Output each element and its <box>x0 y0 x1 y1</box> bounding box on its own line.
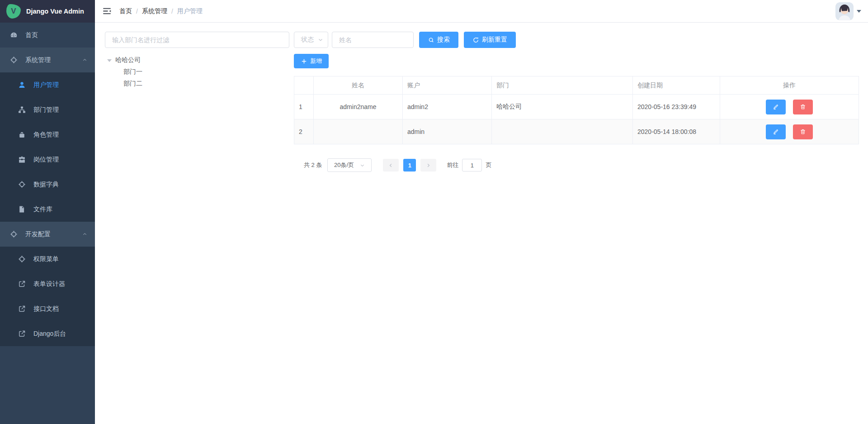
sidebar-item-home[interactable]: 首页 <box>0 23 95 48</box>
col-created: 创建日期 <box>633 76 720 95</box>
chevron-down-icon <box>317 37 324 43</box>
chevron-right-icon <box>425 162 431 168</box>
tree-node-dept2[interactable]: 部门二 <box>105 78 289 90</box>
page-size-select[interactable]: 20条/页 <box>327 158 372 172</box>
briefcase-icon <box>18 156 26 163</box>
department-tree: 哈哈公司 部门一 部门二 <box>105 54 289 90</box>
breadcrumb-separator: / <box>171 8 173 15</box>
refresh-reset-button[interactable]: 刷新重置 <box>464 32 516 48</box>
col-account: 账户 <box>403 76 492 95</box>
external-link-icon <box>18 330 26 338</box>
user-icon <box>18 81 26 89</box>
sidebar-item-label: 数据字典 <box>33 181 59 189</box>
trash-icon <box>800 129 806 135</box>
breadcrumb: 首页 / 系统管理 / 用户管理 <box>119 7 203 15</box>
status-select[interactable]: 状态 <box>294 32 328 48</box>
users-table-wrap: 姓名 账户 部门 创建日期 操作 1 admin2name ad <box>294 76 859 144</box>
search-toolbar: 状态 搜索 刷新重置 <box>294 32 859 48</box>
cell-created: 2020-05-14 18:00:08 <box>633 119 720 144</box>
cell-created: 2020-05-16 23:39:49 <box>633 95 720 119</box>
delete-button[interactable] <box>793 100 813 114</box>
sidebar-item-departments[interactable]: 部门管理 <box>0 97 95 122</box>
goto-suffix: 页 <box>486 161 491 169</box>
tree-node-dept1[interactable]: 部门一 <box>105 66 289 78</box>
sitemap-icon <box>18 106 26 114</box>
external-link-icon <box>18 280 26 288</box>
sidebar-item-label: 权限菜单 <box>33 255 59 263</box>
page-number-1[interactable]: 1 <box>403 159 416 172</box>
tree-node-company[interactable]: 哈哈公司 <box>105 54 289 66</box>
search-icon <box>428 37 434 43</box>
user-dropdown[interactable] <box>835 2 861 20</box>
sidebar-group-label: 系统管理 <box>25 56 51 64</box>
sidebar-fold-icon[interactable] <box>102 6 112 16</box>
col-actions: 操作 <box>720 76 859 95</box>
sidebar-item-roles[interactable]: 角色管理 <box>0 122 95 147</box>
component-icon <box>18 255 26 263</box>
sidebar-item-label: 首页 <box>25 31 38 39</box>
top-navbar: 首页 / 系统管理 / 用户管理 <box>95 0 868 23</box>
sidebar-item-users[interactable]: 用户管理 <box>0 72 95 97</box>
sidebar-item-label: 岗位管理 <box>33 156 59 164</box>
cell-account: admin <box>403 119 492 144</box>
sidebar-item-label: 表单设计器 <box>33 280 65 288</box>
plus-icon <box>301 58 307 65</box>
edit-button[interactable] <box>766 124 786 139</box>
name-search-input[interactable] <box>332 32 414 48</box>
department-filter-input[interactable] <box>105 32 289 48</box>
cell-account: admin2 <box>403 95 492 119</box>
breadcrumb-separator: / <box>136 8 138 15</box>
next-page-button[interactable] <box>420 159 436 172</box>
sidebar-item-files[interactable]: 文件库 <box>0 197 95 222</box>
sidebar-menu: 首页 系统管理 用户管理 部门管理 角色管理 <box>0 23 95 424</box>
refresh-reset-button-label: 刷新重置 <box>482 36 507 44</box>
sidebar: V Django Vue Admin 首页 系统管理 用户管理 部门 <box>0 0 95 424</box>
sidebar-item-form-designer[interactable]: 表单设计器 <box>0 272 95 296</box>
page-content: 哈哈公司 部门一 部门二 状态 <box>95 23 868 424</box>
prev-page-button[interactable] <box>383 159 399 172</box>
breadcrumb-current: 用户管理 <box>177 7 203 15</box>
logo-letter: V <box>11 7 16 16</box>
tree-node-label: 部门一 <box>123 68 142 76</box>
component-icon <box>10 230 18 238</box>
pencil-icon <box>773 129 779 135</box>
department-panel: 哈哈公司 部门一 部门二 <box>105 32 289 90</box>
edit-button[interactable] <box>766 100 786 114</box>
goto-page-input[interactable] <box>462 159 482 172</box>
cell-index: 1 <box>294 95 314 119</box>
chevron-left-icon <box>388 162 394 168</box>
breadcrumb-system[interactable]: 系统管理 <box>142 7 167 15</box>
sidebar-item-label: 部门管理 <box>33 106 59 114</box>
cell-name <box>314 119 403 144</box>
document-icon <box>18 205 26 213</box>
cell-department <box>492 119 633 144</box>
cell-index: 2 <box>294 119 314 144</box>
component-icon <box>10 56 18 64</box>
trash-icon <box>800 104 806 110</box>
add-user-button[interactable]: 新增 <box>294 54 329 68</box>
avatar <box>835 2 854 20</box>
sidebar-item-django-admin[interactable]: Django后台 <box>0 321 95 346</box>
table-row: 1 admin2name admin2 哈哈公司 2020-05-16 23:3… <box>294 95 859 119</box>
app-logo[interactable]: V Django Vue Admin <box>0 0 95 23</box>
sidebar-item-label: Django后台 <box>33 330 66 338</box>
sidebar-group-system[interactable]: 系统管理 <box>0 48 95 72</box>
sidebar-item-dictionary[interactable]: 数据字典 <box>0 172 95 197</box>
sidebar-item-api-docs[interactable]: 接口文档 <box>0 296 95 321</box>
user-table-panel: 状态 搜索 刷新重置 新增 <box>294 32 859 172</box>
main-area: 首页 / 系统管理 / 用户管理 <box>95 0 868 424</box>
table-header-row: 姓名 账户 部门 创建日期 操作 <box>294 76 859 95</box>
add-user-button-label: 新增 <box>310 57 322 65</box>
sidebar-group-dev[interactable]: 开发配置 <box>0 222 95 247</box>
sidebar-item-permission-menu[interactable]: 权限菜单 <box>0 247 95 272</box>
sidebar-item-label: 用户管理 <box>33 81 59 89</box>
caret-down-icon <box>107 59 112 64</box>
chevron-up-icon <box>82 231 88 237</box>
tree-node-label: 部门二 <box>123 80 142 88</box>
breadcrumb-home[interactable]: 首页 <box>119 7 132 15</box>
sidebar-item-positions[interactable]: 岗位管理 <box>0 147 95 172</box>
goto-page-group: 前往 页 <box>447 159 491 172</box>
delete-button[interactable] <box>793 124 813 139</box>
search-button[interactable]: 搜索 <box>419 32 458 48</box>
sidebar-submenu-dev: 权限菜单 表单设计器 接口文档 Django后台 <box>0 247 95 346</box>
